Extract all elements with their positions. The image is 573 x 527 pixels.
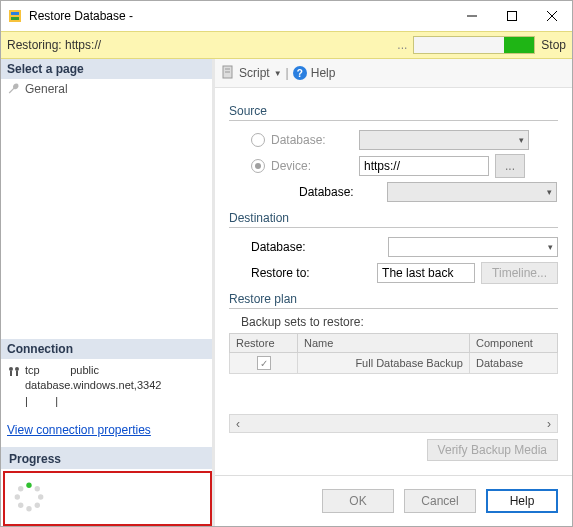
page-item-label: General	[25, 82, 68, 96]
cancel-button[interactable]: Cancel	[404, 489, 476, 513]
dest-restore-to-label: Restore to:	[251, 266, 351, 280]
scroll-right-icon[interactable]: ›	[541, 417, 557, 431]
connection-server: database.windows.net,3342	[25, 379, 161, 391]
svg-point-13	[38, 494, 43, 499]
svg-rect-4	[508, 12, 517, 21]
timeline-button[interactable]: Timeline...	[481, 262, 558, 284]
toolbar-separator: |	[286, 66, 289, 80]
titlebar: Restore Database -	[1, 1, 572, 31]
svg-point-14	[35, 503, 40, 508]
svg-point-16	[18, 503, 23, 508]
script-dropdown-icon[interactable]: ▼	[274, 69, 282, 78]
restoring-ellipsis: ...	[397, 38, 407, 52]
progress-header: Progress	[1, 447, 212, 469]
svg-rect-2	[11, 17, 19, 20]
ok-button[interactable]: OK	[322, 489, 394, 513]
progress-spinner-icon	[11, 504, 47, 518]
dialog-footer: OK Cancel Help	[215, 475, 572, 526]
chevron-down-icon: ▾	[519, 135, 524, 145]
source-db2-row: Database: ▾	[229, 179, 558, 205]
help-icon: ?	[293, 66, 307, 80]
source-database-radio[interactable]	[251, 133, 265, 147]
dialog-body: Select a page General Connection tcp	[1, 59, 572, 526]
svg-point-18	[18, 486, 23, 491]
destination-group-title: Destination	[229, 211, 558, 225]
plan-subtitle: Backup sets to restore:	[229, 315, 558, 329]
device-browse-button[interactable]: ...	[495, 154, 525, 178]
dest-restore-to-input[interactable]	[377, 263, 475, 283]
close-button[interactable]	[532, 1, 572, 31]
cell-component: Database	[470, 353, 558, 374]
verify-backup-media-button[interactable]: Verify Backup Media	[427, 439, 558, 461]
minimize-button[interactable]	[452, 1, 492, 31]
script-icon	[221, 65, 235, 82]
svg-rect-9	[10, 371, 12, 376]
progress-indicator-highlight	[3, 471, 212, 526]
chevron-down-icon: ▾	[547, 187, 552, 197]
stop-button[interactable]: Stop	[541, 38, 566, 52]
server-icon	[7, 364, 21, 378]
dest-database-combo[interactable]: ▾	[388, 237, 558, 257]
left-pane: Select a page General Connection tcp	[1, 59, 215, 526]
col-restore[interactable]: Restore	[230, 334, 298, 353]
plan-group-title: Restore plan	[229, 292, 558, 306]
source-database-combo[interactable]: ▾	[359, 130, 529, 150]
dest-restore-to-row: Restore to: Timeline...	[229, 260, 558, 286]
scroll-left-icon[interactable]: ‹	[230, 417, 246, 431]
horizontal-scrollbar[interactable]: ‹ ›	[229, 414, 558, 433]
source-device-label: Device:	[271, 159, 359, 173]
right-pane: Script ▼ | ? Help Source Database: ▾	[215, 59, 572, 526]
svg-point-8	[15, 367, 19, 371]
app-logo-icon	[7, 8, 23, 24]
svg-point-7	[9, 367, 13, 371]
page-list: General	[1, 79, 212, 339]
select-page-header: Select a page	[1, 59, 212, 79]
connection-info: tcp public database.windows.net,3342 | |	[1, 359, 212, 413]
connection-header: Connection	[1, 339, 212, 359]
script-button[interactable]: Script	[239, 66, 270, 80]
dest-database-row: Database: ▾	[229, 234, 558, 260]
window-title: Restore Database -	[29, 9, 452, 23]
table-header-row: Restore Name Component	[230, 334, 558, 353]
backup-sets-table: Restore Name Component ✓ Full Database B…	[229, 333, 558, 374]
col-component[interactable]: Component	[470, 334, 558, 353]
connection-user: public	[70, 364, 99, 376]
svg-point-11	[26, 483, 31, 488]
connection-host: tcp	[25, 364, 40, 376]
content-area: Source Database: ▾ Device: ...	[215, 88, 572, 475]
maximize-button[interactable]	[492, 1, 532, 31]
help-button[interactable]: Help	[486, 489, 558, 513]
content-toolbar: Script ▼ | ? Help	[215, 59, 572, 88]
restore-database-window: { "window": { "title": "Restore Database…	[0, 0, 573, 527]
page-item-general[interactable]: General	[1, 79, 212, 99]
source-db2-combo[interactable]: ▾	[387, 182, 557, 202]
source-device-row: Device: ...	[229, 153, 558, 179]
cell-name: Full Database Backup	[298, 353, 470, 374]
col-name[interactable]: Name	[298, 334, 470, 353]
svg-point-17	[15, 494, 20, 499]
svg-rect-0	[9, 10, 21, 22]
restoring-progressbar	[413, 36, 535, 54]
source-divider	[229, 120, 558, 121]
source-database-label: Database:	[271, 133, 359, 147]
source-db2-label: Database:	[299, 185, 387, 199]
restoring-progress-fill	[504, 37, 534, 53]
restoring-label: Restoring: https://	[7, 38, 397, 52]
svg-rect-1	[11, 12, 19, 15]
dest-database-label: Database:	[251, 240, 351, 254]
help-button[interactable]: Help	[311, 66, 336, 80]
source-device-radio[interactable]	[251, 159, 265, 173]
table-row[interactable]: ✓ Full Database Backup Database	[230, 353, 558, 374]
svg-point-12	[35, 486, 40, 491]
svg-point-15	[26, 506, 31, 511]
restoring-banner: Restoring: https:// ... Stop	[1, 31, 572, 59]
restore-checkbox[interactable]: ✓	[257, 356, 271, 370]
source-group-title: Source	[229, 104, 558, 118]
destination-divider	[229, 227, 558, 228]
source-database-row: Database: ▾	[229, 127, 558, 153]
source-device-input[interactable]	[359, 156, 489, 176]
view-connection-properties-link[interactable]: View connection properties	[1, 413, 212, 447]
chevron-down-icon: ▾	[548, 242, 553, 252]
svg-rect-10	[16, 371, 18, 376]
plan-divider	[229, 308, 558, 309]
